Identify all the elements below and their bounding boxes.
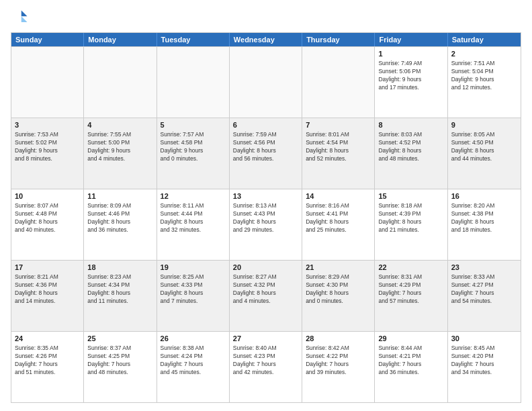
- day-number: 7: [306, 120, 371, 130]
- cell-details: Sunrise: 8:27 AMSunset: 4:32 PMDaylight:…: [233, 273, 298, 306]
- day-number: 13: [233, 191, 298, 201]
- calendar-cell: 17Sunrise: 8:21 AMSunset: 4:36 PMDayligh…: [11, 261, 84, 331]
- calendar-cell: 16Sunrise: 8:20 AMSunset: 4:38 PMDayligh…: [448, 189, 521, 260]
- day-number: 3: [15, 120, 80, 130]
- page: SundayMondayTuesdayWednesdayThursdayFrid…: [0, 0, 532, 411]
- cell-details: Sunrise: 8:21 AMSunset: 4:36 PMDaylight:…: [15, 273, 80, 306]
- day-number: 22: [378, 263, 443, 273]
- calendar-cell: 3Sunrise: 7:53 AMSunset: 5:02 PMDaylight…: [11, 118, 84, 189]
- day-number: 20: [233, 263, 298, 273]
- calendar-cell: 27Sunrise: 8:40 AMSunset: 4:23 PMDayligh…: [230, 332, 302, 402]
- calendar-day-header: Monday: [84, 33, 157, 46]
- calendar-cell: 24Sunrise: 8:35 AMSunset: 4:26 PMDayligh…: [11, 332, 84, 402]
- calendar-cell: 13Sunrise: 8:13 AMSunset: 4:43 PMDayligh…: [230, 189, 302, 260]
- logo-icon: [11, 8, 30, 27]
- day-number: 5: [161, 120, 226, 130]
- day-number: 12: [161, 191, 226, 201]
- day-number: 11: [87, 191, 152, 201]
- calendar-week: 17Sunrise: 8:21 AMSunset: 4:36 PMDayligh…: [11, 260, 521, 331]
- cell-details: Sunrise: 7:51 AMSunset: 5:04 PMDaylight:…: [451, 60, 517, 92]
- cell-details: Sunrise: 8:45 AMSunset: 4:20 PMDaylight:…: [451, 345, 517, 377]
- cell-details: Sunrise: 8:29 AMSunset: 4:30 PMDaylight:…: [306, 273, 371, 306]
- calendar-cell: 1Sunrise: 7:49 AMSunset: 5:06 PMDaylight…: [375, 47, 447, 118]
- calendar-cell: 14Sunrise: 8:16 AMSunset: 4:41 PMDayligh…: [302, 189, 375, 260]
- calendar-cell: 9Sunrise: 8:05 AMSunset: 4:50 PMDaylight…: [448, 118, 521, 189]
- day-number: 17: [15, 263, 80, 273]
- calendar-cell: 12Sunrise: 8:11 AMSunset: 4:44 PMDayligh…: [157, 189, 230, 260]
- cell-details: Sunrise: 7:49 AMSunset: 5:06 PMDaylight:…: [378, 60, 443, 92]
- day-number: 1: [378, 49, 443, 59]
- calendar-week: 10Sunrise: 8:07 AMSunset: 4:48 PMDayligh…: [11, 189, 521, 260]
- calendar-cell: 8Sunrise: 8:03 AMSunset: 4:52 PMDaylight…: [375, 118, 447, 189]
- calendar-day-header: Friday: [375, 33, 447, 46]
- cell-details: Sunrise: 8:35 AMSunset: 4:26 PMDaylight:…: [15, 345, 80, 377]
- cell-details: Sunrise: 8:05 AMSunset: 4:50 PMDaylight:…: [451, 131, 517, 163]
- day-number: 29: [378, 334, 443, 344]
- day-number: 6: [233, 120, 298, 130]
- cell-details: Sunrise: 8:13 AMSunset: 4:43 PMDaylight:…: [233, 202, 298, 234]
- cell-details: Sunrise: 8:31 AMSunset: 4:29 PMDaylight:…: [378, 273, 443, 306]
- calendar-cell: [230, 47, 302, 118]
- cell-details: Sunrise: 8:40 AMSunset: 4:23 PMDaylight:…: [233, 345, 298, 377]
- calendar-day-header: Sunday: [11, 33, 84, 46]
- calendar-cell: 2Sunrise: 7:51 AMSunset: 5:04 PMDaylight…: [448, 47, 521, 118]
- calendar-cell: 10Sunrise: 8:07 AMSunset: 4:48 PMDayligh…: [11, 189, 84, 260]
- logo: [11, 8, 32, 27]
- calendar-cell: 11Sunrise: 8:09 AMSunset: 4:46 PMDayligh…: [84, 189, 157, 260]
- calendar-cell: 4Sunrise: 7:55 AMSunset: 5:00 PMDaylight…: [84, 118, 157, 189]
- day-number: 30: [451, 334, 517, 344]
- calendar-week: 24Sunrise: 8:35 AMSunset: 4:26 PMDayligh…: [11, 331, 521, 402]
- day-number: 14: [306, 191, 371, 201]
- calendar: SundayMondayTuesdayWednesdayThursdayFrid…: [11, 32, 521, 403]
- calendar-header: SundayMondayTuesdayWednesdayThursdayFrid…: [11, 33, 521, 46]
- day-number: 4: [87, 120, 152, 130]
- calendar-cell: [84, 47, 157, 118]
- calendar-day-header: Saturday: [448, 33, 521, 46]
- day-number: 8: [378, 120, 443, 130]
- calendar-cell: [11, 47, 84, 118]
- calendar-week: 3Sunrise: 7:53 AMSunset: 5:02 PMDaylight…: [11, 118, 521, 189]
- calendar-cell: 26Sunrise: 8:38 AMSunset: 4:24 PMDayligh…: [157, 332, 230, 402]
- calendar-cell: 25Sunrise: 8:37 AMSunset: 4:25 PMDayligh…: [84, 332, 157, 402]
- calendar-cell: 5Sunrise: 7:57 AMSunset: 4:58 PMDaylight…: [157, 118, 230, 189]
- calendar-cell: 7Sunrise: 8:01 AMSunset: 4:54 PMDaylight…: [302, 118, 375, 189]
- calendar-cell: 15Sunrise: 8:18 AMSunset: 4:39 PMDayligh…: [375, 189, 447, 260]
- cell-details: Sunrise: 8:23 AMSunset: 4:34 PMDaylight:…: [87, 273, 152, 306]
- calendar-day-header: Thursday: [302, 33, 375, 46]
- day-number: 15: [378, 191, 443, 201]
- day-number: 27: [233, 334, 298, 344]
- cell-details: Sunrise: 8:07 AMSunset: 4:48 PMDaylight:…: [15, 202, 80, 234]
- header: [11, 8, 521, 27]
- cell-details: Sunrise: 8:44 AMSunset: 4:21 PMDaylight:…: [378, 345, 443, 377]
- cell-details: Sunrise: 8:03 AMSunset: 4:52 PMDaylight:…: [378, 131, 443, 163]
- day-number: 26: [161, 334, 226, 344]
- cell-details: Sunrise: 7:55 AMSunset: 5:00 PMDaylight:…: [87, 131, 152, 163]
- calendar-day-header: Tuesday: [157, 33, 230, 46]
- cell-details: Sunrise: 8:38 AMSunset: 4:24 PMDaylight:…: [161, 345, 226, 377]
- calendar-cell: 22Sunrise: 8:31 AMSunset: 4:29 PMDayligh…: [375, 261, 447, 331]
- cell-details: Sunrise: 7:57 AMSunset: 4:58 PMDaylight:…: [161, 131, 226, 163]
- svg-marker-1: [21, 16, 28, 22]
- calendar-cell: 29Sunrise: 8:44 AMSunset: 4:21 PMDayligh…: [375, 332, 447, 402]
- cell-details: Sunrise: 8:37 AMSunset: 4:25 PMDaylight:…: [87, 345, 152, 377]
- calendar-cell: 23Sunrise: 8:33 AMSunset: 4:27 PMDayligh…: [448, 261, 521, 331]
- calendar-body: 1Sunrise: 7:49 AMSunset: 5:06 PMDaylight…: [11, 46, 521, 402]
- calendar-cell: [157, 47, 230, 118]
- calendar-cell: 20Sunrise: 8:27 AMSunset: 4:32 PMDayligh…: [230, 261, 302, 331]
- day-number: 28: [306, 334, 371, 344]
- cell-details: Sunrise: 8:42 AMSunset: 4:22 PMDaylight:…: [306, 345, 371, 377]
- cell-details: Sunrise: 8:18 AMSunset: 4:39 PMDaylight:…: [378, 202, 443, 234]
- cell-details: Sunrise: 8:25 AMSunset: 4:33 PMDaylight:…: [161, 273, 226, 306]
- day-number: 19: [161, 263, 226, 273]
- calendar-cell: 28Sunrise: 8:42 AMSunset: 4:22 PMDayligh…: [302, 332, 375, 402]
- day-number: 21: [306, 263, 371, 273]
- cell-details: Sunrise: 8:33 AMSunset: 4:27 PMDaylight:…: [451, 273, 517, 306]
- cell-details: Sunrise: 8:20 AMSunset: 4:38 PMDaylight:…: [451, 202, 517, 234]
- cell-details: Sunrise: 8:01 AMSunset: 4:54 PMDaylight:…: [306, 131, 371, 163]
- day-number: 23: [451, 263, 517, 273]
- calendar-week: 1Sunrise: 7:49 AMSunset: 5:06 PMDaylight…: [11, 46, 521, 118]
- day-number: 18: [87, 263, 152, 273]
- cell-details: Sunrise: 8:16 AMSunset: 4:41 PMDaylight:…: [306, 202, 371, 234]
- cell-details: Sunrise: 7:53 AMSunset: 5:02 PMDaylight:…: [15, 131, 80, 163]
- day-number: 9: [451, 120, 517, 130]
